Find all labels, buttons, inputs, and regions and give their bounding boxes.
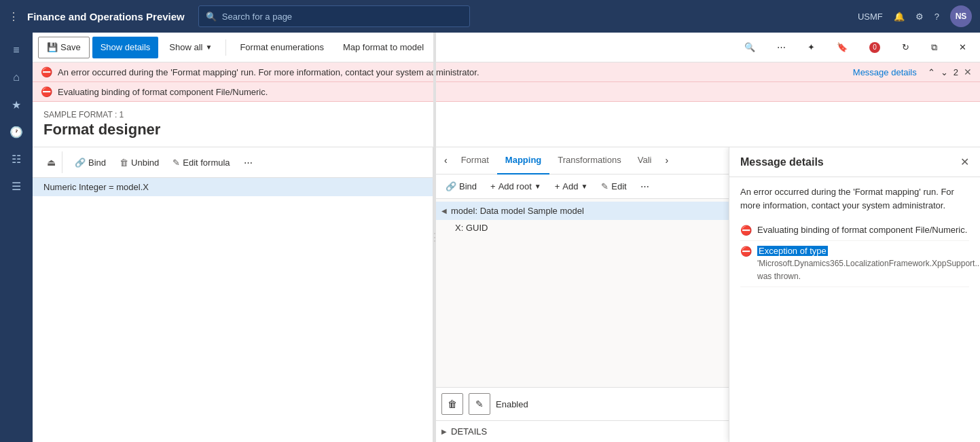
format-tree: Numeric Integer = model.X [33,178,433,442]
edit-icon: ✎ [173,158,180,168]
bell-icon[interactable]: 🔔 [894,12,905,22]
error-icon-2: ⛔ [41,86,52,97]
search-box[interactable]: 🔍 Search for a page [198,5,470,27]
star-toolbar-button[interactable]: ✦ [799,37,823,58]
top-nav: ⋮ Finance and Operations Preview 🔍 Searc… [0,0,980,33]
message-item-2: ⛔ Exception of type 'Microsoft.Dynamics3… [740,241,969,287]
save-icon: 💾 [47,42,58,52]
message-panel-close[interactable]: ✕ [960,155,969,168]
add-root-button[interactable]: + Add root ▼ [486,179,545,194]
format-toolbar: ⏏ 🔗 Bind 🗑 Unbind ✎ Edit formula ⋯ [33,147,433,178]
format-panel: ⏏ 🔗 Bind 🗑 Unbind ✎ Edit formula ⋯ [33,147,433,442]
map-format-button[interactable]: Map format to model [335,37,432,58]
edit-enabled-button[interactable]: ✎ [469,393,490,415]
save-button[interactable]: 💾 Save [38,37,90,58]
toolbar: 💾 Save Show details Show all ▼ Format en… [33,33,980,62]
close-toolbar-button[interactable]: ✕ [951,37,975,58]
page-header: SAMPLE FORMAT : 1 Format designer [33,102,980,147]
tab-mapping[interactable]: Mapping [497,147,549,174]
app-grid-icon[interactable]: ⋮ [8,10,19,23]
open-new-button[interactable]: ⧉ [923,37,945,58]
settings-icon[interactable]: ⚙ [915,12,924,22]
message-panel-title: Message details [740,156,824,168]
sidebar-item-star[interactable]: ★ [4,92,29,117]
delete-button[interactable]: 🗑 [441,393,463,415]
more-model-button[interactable]: ⋯ [636,179,653,194]
msg-text-2: Exception of type 'Microsoft.Dynamics365… [757,245,980,282]
edit-model-button[interactable]: ✎ Edit [597,179,630,194]
show-all-button[interactable]: Show all ▼ [161,37,220,58]
format-enumerations-button[interactable]: Format enumerations [232,37,332,58]
tree-node-label: Numeric Integer = model.X [43,182,149,192]
enabled-label: Enabled [496,399,528,409]
notification-button[interactable]: 0 [861,37,888,58]
error-controls: ⌃ ⌄ 2 ✕ [928,67,972,77]
search-placeholder: Search for a page [222,12,292,22]
tab-nav-right[interactable]: › [659,147,674,174]
refresh-button[interactable]: ↻ [894,37,918,58]
toolbar-separator-1 [225,39,226,56]
add-button[interactable]: + Add ▼ [551,179,592,194]
model-node-label: model: Data model Sample model [451,206,584,216]
bind-button[interactable]: 🔗 Bind [71,155,110,170]
highlight-text: Exception of type [757,246,828,256]
filter-button[interactable]: ⏏ [41,151,62,173]
search-toolbar-icon[interactable]: 🔍 [736,37,763,58]
app-title: Finance and Operations Preview [27,11,185,22]
left-sidebar: ≡ ⌂ ★ 🕐 ☷ ☰ [0,33,33,442]
message-panel-description: An error occurred during the 'Format map… [740,185,969,212]
region-label: USMF [858,12,883,22]
msg-error-icon-2: ⛔ [740,246,752,257]
error-text-1: An error occurred during the 'Format map… [58,67,479,77]
tabs-bar: ‹ Format Mapping Transformations Vali › [433,147,729,174]
edit-formula-button[interactable]: ✎ Edit formula [168,155,234,170]
designer-layout: ⏏ 🔗 Bind 🗑 Unbind ✎ Edit formula ⋯ [33,147,980,442]
message-details-link[interactable]: Message details [853,67,917,77]
details-section[interactable]: ▶ DETAILS [433,420,729,442]
expand-icon: ◀ [441,207,447,215]
message-panel-header: Message details ✕ [729,147,980,177]
avatar[interactable]: NS [950,5,972,27]
sidebar-item-clock[interactable]: 🕐 [4,119,29,144]
error-bar-2: ⛔ Evaluating binding of format component… [33,82,980,102]
model-tree: ◀ model: Data model Sample model X: GUID [433,199,729,387]
sidebar-item-home2[interactable]: ⌂ [4,65,29,90]
bottom-section: 🗑 ✎ Enabled [433,387,729,420]
tab-transformations[interactable]: Transformations [549,147,629,174]
edit-model-icon: ✎ [601,181,609,191]
link-icon: 🔗 [75,158,86,168]
message-item-1: ⛔ Evaluating binding of format component… [740,220,969,241]
tab-valid[interactable]: Vali [630,147,660,174]
error-close-1[interactable]: ✕ [964,67,972,77]
plus-icon-root: + [490,181,496,191]
sidebar-item-list[interactable]: ☰ [4,174,29,198]
add-dropdown-icon: ▼ [581,183,587,190]
error-counter: 2 [954,67,958,77]
more-format-button[interactable]: ⋯ [240,155,257,170]
error-bar-1: ⛔ An error occurred during the 'Format m… [33,62,980,82]
more-options-button[interactable]: ⋯ [769,37,794,58]
page-subtitle: SAMPLE FORMAT : 1 [43,110,969,119]
show-details-button[interactable]: Show details [92,37,159,58]
bookmark-toolbar-button[interactable]: 🔖 [829,37,856,58]
unbind-icon: 🗑 [120,158,128,168]
content-area: 💾 Save Show details Show all ▼ Format en… [33,33,980,442]
model-bind-button[interactable]: 🔗 Bind [441,179,481,194]
model-root-node[interactable]: ◀ model: Data model Sample model [433,202,729,220]
tab-nav-left[interactable]: ‹ [439,147,453,174]
unbind-button[interactable]: 🗑 Unbind [115,155,163,170]
model-toolbar: 🔗 Bind + Add root ▼ + Add ▼ ✎ [433,174,729,199]
tab-format[interactable]: Format [453,147,497,174]
main-layout: ≡ ⌂ ★ 🕐 ☷ ☰ 💾 Save Show details Show all… [0,33,980,442]
help-icon[interactable]: ? [934,12,939,22]
add-root-dropdown-icon: ▼ [534,183,541,190]
model-child-node[interactable]: X: GUID [433,220,729,236]
more-text: 'Microsoft.Dynamics365.LocalizationFrame… [757,259,980,280]
sidebar-item-table[interactable]: ☷ [4,147,29,171]
nav-down-icon[interactable]: ⌄ [941,67,948,77]
sidebar-item-home[interactable]: ≡ [4,38,29,62]
message-panel-body: An error occurred during the 'Format map… [729,177,980,442]
tree-node-numeric[interactable]: Numeric Integer = model.X [33,178,433,196]
msg-text-1: Evaluating binding of format component F… [757,224,967,236]
nav-up-icon[interactable]: ⌃ [928,67,935,77]
